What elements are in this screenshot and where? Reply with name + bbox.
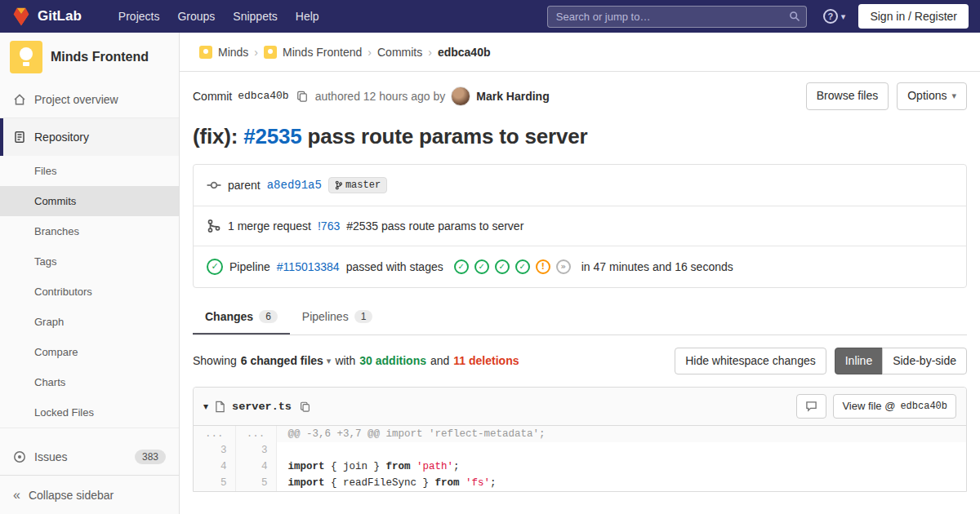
diff-code-cell: @@ -3,6 +3,7 @@ import 'reflect-metadata…	[276, 426, 966, 442]
file-icon	[215, 401, 225, 413]
stage-passed-icon[interactable]: ✓	[515, 259, 530, 274]
old-line-number[interactable]: 3	[194, 442, 235, 459]
breadcrumb-commits[interactable]: Commits	[377, 46, 422, 59]
authored-text: authored 12 hours ago by	[315, 90, 446, 103]
code-text: ;	[490, 477, 497, 489]
pipeline-status-icon[interactable]: ✓	[207, 259, 223, 275]
stage-warning-icon[interactable]: !	[536, 259, 550, 274]
breadcrumb-separator: ›	[254, 46, 258, 59]
diff-file-header: ▾ server.ts	[194, 388, 966, 426]
sign-in-button[interactable]: Sign in / Register	[858, 4, 969, 29]
diff-toolbar: Showing 6 changed files ▾ with 30 additi…	[193, 348, 967, 375]
options-dropdown-button[interactable]: Options ▾	[897, 82, 967, 110]
diff-code-cell	[276, 442, 966, 459]
search-input[interactable]	[547, 6, 807, 28]
stage-skipped-icon[interactable]: »	[556, 259, 571, 274]
collapse-sidebar-button[interactable]: « Collapse sidebar	[0, 475, 179, 514]
merge-request-row: 1 merge request !763 #2535 pass route pa…	[194, 206, 966, 246]
stage-passed-icon[interactable]: ✓	[474, 259, 489, 274]
parent-sha-link[interactable]: a8ed91a5	[267, 179, 322, 192]
code-text: { readFileSync }	[325, 477, 435, 489]
view-file-button[interactable]: View file @ edbca40b	[833, 394, 956, 419]
title-rest: pass route params to server	[301, 124, 587, 148]
browse-files-button[interactable]: Browse files	[806, 82, 889, 110]
stage-passed-icon[interactable]: ✓	[454, 259, 469, 274]
repository-icon	[13, 131, 26, 144]
sidebar-item-contributors[interactable]: Contributors	[0, 277, 179, 307]
commit-title: (fix): #2535 pass route params to server	[193, 124, 967, 149]
gitlab-tanuki-icon	[11, 7, 31, 26]
pipeline-status-text: passed with stages	[346, 260, 443, 273]
changed-files-dropdown[interactable]: 6 changed files ▾	[241, 354, 332, 367]
repository-subnav: Files Commits Branches Tags Contributors…	[0, 156, 179, 428]
sidebar-item-repository[interactable]: Repository	[0, 118, 179, 156]
breadcrumb-project[interactable]: Minds Frontend	[283, 46, 362, 59]
author-name[interactable]: Mark Harding	[476, 90, 549, 103]
tab-changes[interactable]: Changes 6	[193, 299, 290, 335]
copy-sha-button[interactable]	[295, 89, 310, 104]
sidebar-item-commits[interactable]: Commits	[0, 186, 179, 216]
merge-request-text: 1 merge request	[228, 219, 311, 233]
nav-item-help[interactable]: Help	[287, 10, 328, 23]
collapse-file-caret[interactable]: ▾	[203, 401, 208, 412]
pipeline-link[interactable]: #115013384	[277, 260, 340, 273]
help-dropdown[interactable]: ? ▾	[823, 9, 846, 24]
sidebar-item-charts[interactable]: Charts	[0, 367, 179, 397]
parent-label: parent	[228, 179, 261, 192]
sidebar-item-graph[interactable]: Graph	[0, 307, 179, 337]
project-avatar-small	[264, 46, 277, 59]
showing-label: Showing	[193, 354, 237, 367]
old-line-number: ...	[194, 426, 235, 442]
sidebar-item-compare[interactable]: Compare	[0, 337, 179, 367]
diff-line: ......@@ -3,6 +3,7 @@ import 'reflect-me…	[194, 426, 966, 442]
stage-passed-icon[interactable]: ✓	[495, 259, 510, 274]
gitlab-brand[interactable]: GitLab	[11, 7, 82, 26]
diff-line: 33	[194, 442, 966, 459]
old-line-number[interactable]: 5	[194, 475, 235, 491]
sidebar-item-issues[interactable]: Issues 383	[0, 439, 179, 475]
hide-whitespace-button[interactable]: Hide whitespace changes	[675, 348, 826, 375]
project-header[interactable]: Minds Frontend	[0, 33, 179, 82]
commit-label: Commit	[193, 90, 232, 103]
inline-view-button[interactable]: Inline	[835, 348, 883, 375]
code-keyword: from	[386, 461, 411, 472]
merge-request-title: #2535 pass route params to server	[346, 219, 523, 233]
merge-request-link[interactable]: !763	[318, 219, 340, 233]
title-prefix: (fix):	[193, 124, 243, 148]
changes-count-badge: 6	[259, 310, 278, 323]
old-line-number[interactable]: 4	[194, 459, 235, 475]
nav-item-projects[interactable]: Projects	[109, 10, 169, 23]
sidebar-item-tags[interactable]: Tags	[0, 246, 179, 277]
nav-item-snippets[interactable]: Snippets	[224, 10, 286, 23]
copy-file-path-button[interactable]	[298, 400, 312, 414]
issue-link[interactable]: #2535	[243, 124, 301, 148]
toggle-comments-button[interactable]	[796, 394, 826, 419]
sidebar-item-branches[interactable]: Branches	[0, 216, 179, 246]
sidebar-section-repository: Repository Files Commits Branches Tags C…	[0, 117, 179, 428]
author-avatar[interactable]	[451, 86, 470, 106]
code-text: ;	[453, 461, 460, 472]
search-box[interactable]	[547, 6, 807, 28]
branch-icon	[335, 180, 342, 190]
sidebar-item-project-overview[interactable]: Project overview	[0, 82, 179, 117]
question-icon: ?	[823, 9, 838, 24]
tab-label: Changes	[205, 310, 253, 323]
side-by-side-view-button[interactable]: Side-by-side	[882, 348, 967, 375]
branch-badge[interactable]: master	[328, 177, 387, 193]
view-file-sha: edbca40b	[900, 401, 947, 413]
sidebar-item-locked-files[interactable]: Locked Files	[0, 397, 179, 428]
copy-icon	[296, 91, 308, 102]
group-avatar	[199, 46, 212, 59]
comment-bubble-icon	[805, 401, 817, 412]
sidebar-item-files[interactable]: Files	[0, 156, 179, 186]
deletions-count: 11 deletions	[453, 354, 519, 367]
new-line-number[interactable]: 5	[235, 475, 276, 491]
file-actions: View file @ edbca40b	[796, 394, 956, 419]
new-line-number[interactable]: 3	[235, 442, 276, 459]
nav-item-groups[interactable]: Groups	[168, 10, 224, 23]
brand-name[interactable]: GitLab	[38, 8, 82, 24]
breadcrumb-group[interactable]: Minds	[218, 46, 248, 59]
tab-pipelines[interactable]: Pipelines 1	[290, 299, 385, 335]
new-line-number[interactable]: 4	[235, 459, 276, 475]
diff-file: ▾ server.ts	[193, 387, 967, 492]
